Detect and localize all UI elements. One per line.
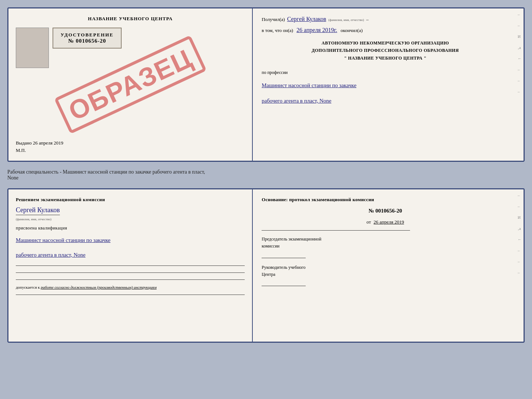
predsedatel-label2: комиссии <box>262 243 509 250</box>
dopusk-text: работе согласно должностным (производств… <box>41 285 157 289</box>
rukovoditel-signature-line <box>262 279 306 286</box>
qualification-line2: рабочего агента в пласт, None <box>16 249 245 260</box>
osnov-label: Основание: протокол экзаменационной коми… <box>262 197 509 203</box>
below-text-line2: None <box>7 175 525 181</box>
qualification-line1: Машинист насосной станции по закачке <box>16 235 245 246</box>
vtom-label: в том, что он(а) <box>262 28 293 33</box>
left-with-photo: УДОСТОВЕРЕНИЕ № 0010656-20 <box>16 25 245 71</box>
bottom-doc-right: Основание: протокол экзаменационной коми… <box>253 189 518 342</box>
predsedatel-label: Председатель экзаменационной <box>262 236 509 243</box>
org-block: АВТОНОМНУЮ НЕКОММЕРЧЕСКУЮ ОРГАНИЗАЦИЮ ДО… <box>262 39 509 62</box>
dopuskaetsya-label: допускается к <box>16 285 40 289</box>
poluchil-label: Получил(а) <box>262 17 285 22</box>
poluchil-name: Сергей Кулаков <box>287 16 326 22</box>
ot-date-line: от 26 апреля 2019 <box>262 219 509 225</box>
top-doc-left: НАЗВАНИЕ УЧЕБНОГО ЦЕНТРА УДОСТОВЕРЕНИЕ №… <box>8 8 253 161</box>
ot-label: от <box>367 219 371 225</box>
vydano-line: Выдано 26 апреля 2019 <box>16 140 63 146</box>
rukovoditel-label: Руководитель учебного <box>262 264 509 271</box>
udostoverenie-number: № 0010656-20 <box>61 38 114 44</box>
po-professii-label: по профессии <box>262 70 509 75</box>
mp-line: М.П. <box>16 147 26 153</box>
top-left-title: НАЗВАНИЕ УЧЕБНОГО ЦЕНТРА <box>88 16 173 22</box>
udostoverenie-label: УДОСТОВЕРЕНИЕ <box>61 32 114 38</box>
date-line: в том, что он(а) 26 апреля 2019г. окончи… <box>262 27 509 33</box>
poluchil-line: Получил(а) Сергей Кулаков (фамилия, имя,… <box>262 16 509 22</box>
rukovoditel-label2: Центра <box>262 271 509 278</box>
below-text-line1: Рабочая специальность - Машинист насосно… <box>7 169 525 175</box>
top-document: НАЗВАНИЕ УЧЕБНОГО ЦЕНТРА УДОСТОВЕРЕНИЕ №… <box>7 7 525 162</box>
rukovoditel-block: Руководитель учебного Центра <box>262 264 509 287</box>
name-handwritten: Сергей Кулаков <box>16 206 60 215</box>
page-container: НАЗВАНИЕ УЧЕБНОГО ЦЕНТРА УДОСТОВЕРЕНИЕ №… <box>7 7 525 343</box>
org-line3: " НАЗВАНИЕ УЧЕБНОГО ЦЕНТРА " <box>262 54 509 62</box>
name-block: Сергей Кулаков (фамилия, имя, отчество) <box>16 206 245 222</box>
photo-placeholder <box>16 28 49 68</box>
udostoverenie-box: УДОСТОВЕРЕНИЕ № 0010656-20 <box>53 28 122 49</box>
date-handwritten: 26 апреля 2019г. <box>296 27 337 33</box>
top-doc-right: Получил(а) Сергей Кулаков (фамилия, имя,… <box>253 8 518 161</box>
ot-date: 26 апреля 2019 <box>374 219 404 225</box>
dopuskaetsya-block: допускается к работе согласно должностны… <box>16 285 245 289</box>
profession-line2: рабочего агента в пласт, None <box>262 95 509 106</box>
okonchil-label: окончил(а) <box>341 28 363 33</box>
protocol-num: № 0010656-20 <box>262 208 509 214</box>
bottom-doc-left: Решением экзаменационной комиссии Сергей… <box>8 189 253 342</box>
side-dashes-top: – – И ‚а ← – – – <box>518 8 524 161</box>
fio-hint-top: (фамилия, имя, отчество) <box>328 18 364 22</box>
dash-top: – <box>366 17 369 22</box>
fio-hint-bottom: (фамилия, имя, отчество) <box>16 217 51 221</box>
resheniem-text: Решением экзаменационной комиссии <box>16 197 245 203</box>
predsedatel-block: Председатель экзаменационной комиссии <box>262 236 509 259</box>
side-dashes-bottom: – – И ‚а ← – – – <box>518 189 524 342</box>
org-line2: ДОПОЛНИТЕЛЬНОГО ПРОФЕССИОНАЛЬНОГО ОБРАЗО… <box>262 47 509 54</box>
prisvoyena-label: присвоена квалификация <box>16 225 245 231</box>
org-line1: АВТОНОМНУЮ НЕКОММЕРЧЕСКУЮ ОРГАНИЗАЦИЮ <box>262 39 509 47</box>
profession-line1: Машинист насосной станции по закачке <box>262 80 509 91</box>
predsedatel-signature-line <box>262 250 306 258</box>
bottom-document: Решением экзаменационной комиссии Сергей… <box>7 188 525 343</box>
below-doc-text: Рабочая специальность - Машинист насосно… <box>7 168 525 182</box>
